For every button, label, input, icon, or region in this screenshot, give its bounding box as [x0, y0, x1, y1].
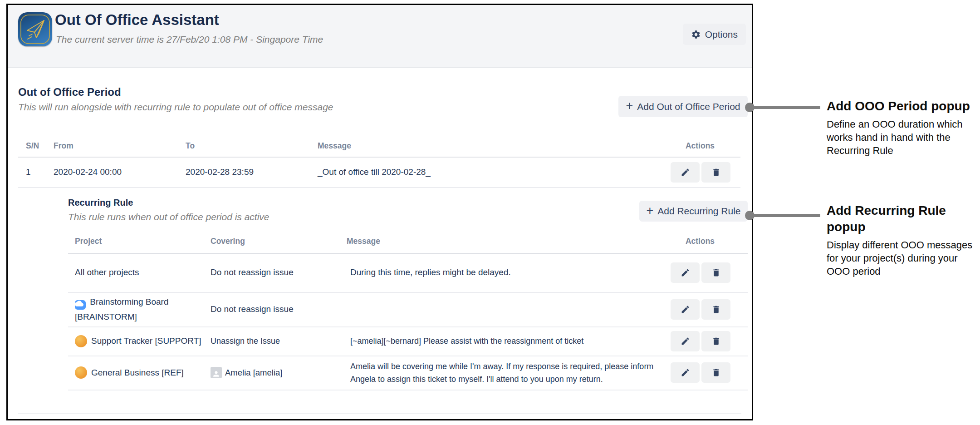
recurring-rule-row: All other projects Do not reassign issue… [68, 253, 748, 292]
project-name: Support Tracker [SUPPORT] [91, 336, 201, 346]
pencil-icon [681, 268, 690, 277]
delete-recurring-rule-button[interactable] [701, 362, 730, 383]
annotation-add-ooo-period: Add OOO Period popup Define an OOO durat… [827, 98, 980, 157]
orange-project-avatar-icon [75, 335, 87, 347]
delete-ooo-period-button[interactable] [701, 162, 730, 183]
add-ooo-period-label: Add Out of Office Period [637, 101, 740, 112]
recurring-rule-subtitle: This rule runs when out of office period… [68, 212, 270, 222]
ooo-period-table-header: S/N From To Message Actions [8, 136, 752, 156]
col-header-sn: S/N [26, 136, 39, 156]
cell-project: Brainstorming Board [BRAINSTORM] [75, 292, 198, 326]
panel-header: Out Of Office Assistant The current serv… [8, 5, 752, 68]
trash-icon [711, 168, 721, 177]
col-header-to: To [186, 136, 195, 156]
pencil-icon [681, 305, 690, 314]
pencil-icon [681, 368, 690, 377]
annotation-add-recurring-rule: Add Recurring Rule popup Display differe… [827, 203, 980, 278]
plus-icon: + [646, 205, 653, 217]
delete-recurring-rule-button[interactable] [701, 299, 730, 320]
recurring-table-header: Project Covering Message Actions [68, 232, 748, 250]
cell-message [350, 292, 668, 326]
cell-project: General Business [REF] [75, 356, 206, 390]
cell-message: _Out of office till 2020-02-28_ [318, 158, 431, 187]
connector-dot [745, 211, 755, 220]
trash-icon [711, 305, 721, 314]
col-header-actions: Actions [666, 136, 734, 156]
table-divider [68, 390, 748, 390]
add-recurring-rule-label: Add Recurring Rule [657, 206, 740, 217]
delete-recurring-rule-button[interactable] [701, 331, 730, 351]
edit-ooo-period-button[interactable] [671, 162, 700, 183]
screenshot-canvas: Out Of Office Assistant The current serv… [0, 0, 980, 425]
cloud-icon [75, 300, 86, 310]
col-header-covering: Covering [211, 232, 245, 250]
col-header-message: Message [318, 136, 351, 156]
edit-recurring-rule-button[interactable] [671, 331, 700, 351]
cell-covering: Amelia [amelia] [211, 356, 342, 390]
options-button[interactable]: Options [683, 24, 746, 45]
cell-project: All other projects [75, 253, 202, 292]
recurring-rule-row: Brainstorming Board [BRAINSTORM] Do not … [68, 292, 748, 326]
connector-line [749, 106, 820, 109]
paper-plane-icon [18, 12, 52, 46]
person-avatar-icon [211, 367, 222, 378]
project-name: General Business [REF] [91, 368, 184, 378]
add-ooo-period-button[interactable]: + Add Out of Office Period [618, 96, 748, 117]
cell-from: 2020-02-24 00:00 [54, 158, 122, 187]
cell-covering: Unassign the Issue [211, 326, 338, 356]
edit-recurring-rule-button[interactable] [671, 262, 700, 283]
col-header-actions: Actions [666, 232, 734, 250]
pencil-icon [681, 336, 690, 346]
panel-bottom-divider [18, 413, 741, 414]
cell-message: Amelia will be covering me while I'm awa… [350, 356, 668, 390]
cell-covering: Do not reassign issue [211, 253, 338, 292]
trash-icon [711, 268, 721, 277]
col-header-message: Message [347, 232, 380, 250]
cell-to: 2020-02-28 23:59 [186, 158, 254, 187]
cell-covering: Do not reassign issue [211, 292, 338, 326]
connector-dot [745, 103, 755, 112]
ooo-assistant-panel: Out Of Office Assistant The current serv… [6, 4, 753, 420]
delete-recurring-rule-button[interactable] [701, 262, 730, 283]
gear-icon [691, 30, 701, 40]
connector-line [749, 214, 820, 217]
add-recurring-rule-button[interactable]: + Add Recurring Rule [639, 201, 748, 222]
recurring-rule-row: Support Tracker [SUPPORT] Unassign the I… [68, 326, 748, 356]
table-divider [18, 187, 740, 188]
annotation-body: Display different OOO messages for your … [827, 238, 980, 278]
edit-recurring-rule-button[interactable] [671, 299, 700, 320]
ooo-period-row: 1 2020-02-24 00:00 2020-02-28 23:59 _Out… [8, 158, 752, 187]
covering-user: Amelia [amelia] [225, 368, 282, 378]
recurring-rule-row: General Business [REF] Amelia [amelia] A… [68, 356, 748, 390]
cell-message: [~amelia][~bernard] Please assist with t… [350, 326, 677, 356]
pencil-icon [681, 168, 690, 177]
trash-icon [711, 368, 721, 377]
cell-sn: 1 [26, 158, 31, 187]
annotation-body: Define an OOO duration which works hand … [827, 118, 980, 157]
annotation-title: Add Recurring Rule popup [827, 203, 980, 235]
cell-message: During this time, replies might be delay… [350, 253, 668, 292]
paper-plane-app-icon [18, 12, 52, 46]
server-time-subtitle: The current server time is 27/Feb/20 1:0… [56, 34, 323, 45]
edit-recurring-rule-button[interactable] [671, 362, 700, 383]
annotation-title: Add OOO Period popup [827, 98, 980, 114]
cell-project: Support Tracker [SUPPORT] [75, 326, 206, 356]
ooo-period-title: Out of Office Period [18, 86, 121, 99]
ooo-period-subtitle: This will run alongside with recurring r… [18, 102, 333, 113]
recurring-rule-title: Recurring Rule [68, 198, 133, 208]
plus-icon: + [626, 100, 633, 112]
col-header-from: From [54, 136, 74, 156]
options-button-label: Options [705, 29, 738, 40]
orange-project-avatar-icon [75, 366, 87, 379]
page-title: Out Of Office Assistant [55, 11, 219, 29]
trash-icon [711, 336, 721, 346]
col-header-project: Project [75, 232, 102, 250]
project-name: Brainstorming Board [BRAINSTORM] [75, 297, 168, 321]
